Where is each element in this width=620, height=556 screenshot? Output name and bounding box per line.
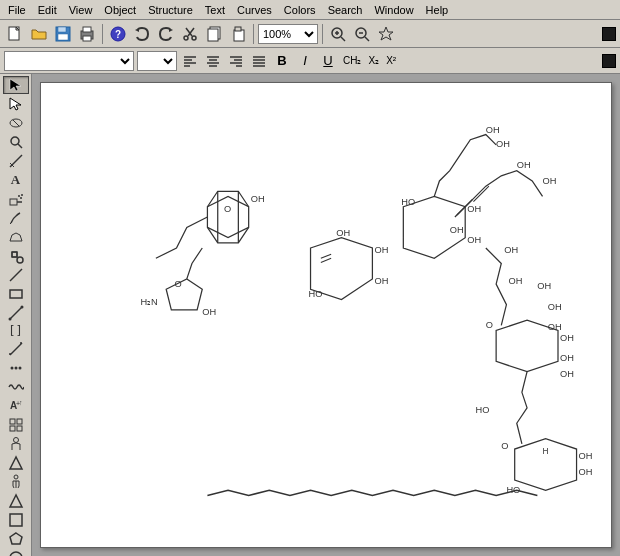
svg-point-77 — [13, 438, 18, 443]
svg-marker-80 — [10, 495, 22, 507]
copy-button[interactable] — [203, 23, 225, 45]
toolbox: A [] — [0, 74, 32, 556]
dots-tool[interactable] — [3, 359, 29, 377]
svg-rect-14 — [208, 29, 218, 41]
line2-tool[interactable] — [3, 304, 29, 322]
separator-1 — [102, 24, 103, 44]
molecule-diagram: O OH O H₂N — [41, 83, 611, 547]
svg-text:O: O — [486, 320, 493, 330]
svg-text:OH: OH — [560, 353, 574, 363]
person2-tool[interactable] — [3, 473, 29, 491]
font-select[interactable] — [4, 51, 134, 71]
tweak-tool[interactable] — [3, 114, 29, 132]
line-tool[interactable] — [3, 266, 29, 284]
cut-button[interactable] — [179, 23, 201, 45]
node-select-tool[interactable] — [3, 95, 29, 113]
menubar-window[interactable]: Window — [368, 3, 419, 17]
menubar-file[interactable]: File — [2, 3, 32, 17]
pencil-tool[interactable] — [3, 209, 29, 227]
svg-point-68 — [14, 367, 17, 370]
menubar-edit[interactable]: Edit — [32, 3, 63, 17]
menubar-structure[interactable]: Structure — [142, 3, 199, 17]
text-tool[interactable]: A — [3, 171, 29, 189]
wave-tool[interactable] — [3, 378, 29, 396]
svg-line-64 — [10, 343, 22, 355]
open-button[interactable] — [28, 23, 50, 45]
canvas-area[interactable]: O OH O H₂N — [32, 74, 620, 556]
align-right-button[interactable] — [226, 51, 246, 71]
menubar-view[interactable]: View — [63, 3, 99, 17]
underline-button[interactable]: U — [318, 51, 338, 71]
svg-text:?: ? — [115, 29, 121, 40]
svg-rect-15 — [234, 30, 244, 41]
canvas-content[interactable]: O OH O H₂N — [41, 83, 611, 547]
square-tool[interactable] — [3, 511, 29, 529]
svg-text:HO: HO — [401, 197, 415, 207]
svg-rect-75 — [10, 426, 15, 431]
rect-tool[interactable] — [3, 285, 29, 303]
spray-tool[interactable] — [3, 190, 29, 208]
svg-text:O: O — [174, 279, 181, 289]
svg-rect-49 — [10, 199, 17, 205]
zoom-select[interactable]: 100% 50% 75% 150% 200% — [258, 24, 318, 44]
size-select[interactable] — [137, 51, 177, 71]
zoom-tool[interactable] — [3, 133, 29, 151]
zoom-in-button[interactable] — [327, 23, 349, 45]
node-edit-tool[interactable] — [3, 247, 29, 265]
star-button[interactable] — [375, 23, 397, 45]
grid-tool[interactable] — [3, 416, 29, 434]
svg-point-83 — [10, 552, 22, 556]
menubar-text[interactable]: Text — [199, 3, 231, 17]
mountain-tool[interactable] — [3, 454, 29, 472]
align-left-button[interactable] — [180, 51, 200, 71]
svg-text:OH: OH — [579, 467, 593, 477]
menubar-help[interactable]: Help — [420, 3, 455, 17]
svg-rect-56 — [12, 252, 17, 257]
italic-button[interactable]: I — [295, 51, 315, 71]
print-button[interactable] — [76, 23, 98, 45]
align-center-button[interactable] — [203, 51, 223, 71]
menubar-object[interactable]: Object — [98, 3, 142, 17]
svg-text:OH: OH — [560, 369, 574, 379]
calligraphy-tool[interactable] — [3, 228, 29, 246]
svg-point-51 — [18, 195, 20, 197]
svg-text:OH: OH — [504, 245, 518, 255]
svg-marker-82 — [10, 533, 22, 544]
polygon-tool[interactable] — [3, 530, 29, 548]
new-button[interactable] — [4, 23, 26, 45]
undo-button[interactable] — [131, 23, 153, 45]
bracket-tool[interactable]: [] — [3, 323, 29, 339]
menubar-curves[interactable]: Curves — [231, 3, 278, 17]
text2-tool[interactable]: A+↑ — [3, 397, 29, 415]
connector-tool[interactable] — [3, 340, 29, 358]
svg-text:OH: OH — [548, 322, 562, 332]
svg-text:OH: OH — [579, 451, 593, 461]
bold-button[interactable]: B — [272, 51, 292, 71]
svg-line-46 — [18, 144, 22, 148]
separator-2 — [253, 24, 254, 44]
paste-button[interactable] — [227, 23, 249, 45]
circle-tool[interactable] — [3, 549, 29, 556]
align-justify-button[interactable] — [249, 51, 269, 71]
svg-text:H: H — [543, 447, 549, 456]
svg-text:OH: OH — [374, 245, 388, 255]
menubar-search[interactable]: Search — [322, 3, 369, 17]
select-tool[interactable] — [3, 76, 29, 94]
svg-rect-16 — [235, 27, 241, 31]
zoom-out-button[interactable] — [351, 23, 373, 45]
measure-tool[interactable] — [3, 152, 29, 170]
svg-line-44 — [13, 120, 19, 126]
redo-button[interactable] — [155, 23, 177, 45]
menu-bar: File Edit View Object Structure Text Cur… — [0, 0, 620, 20]
svg-text:HO: HO — [506, 485, 520, 495]
svg-rect-60 — [10, 290, 22, 298]
svg-text:↑: ↑ — [19, 399, 23, 406]
person-tool[interactable] — [3, 435, 29, 453]
menubar-colors[interactable]: Colors — [278, 3, 322, 17]
save-button[interactable] — [52, 23, 74, 45]
triangle-tool[interactable] — [3, 492, 29, 510]
svg-rect-5 — [83, 27, 91, 32]
svg-line-59 — [10, 269, 22, 281]
help-button[interactable]: ? — [107, 23, 129, 45]
svg-marker-42 — [10, 98, 21, 110]
